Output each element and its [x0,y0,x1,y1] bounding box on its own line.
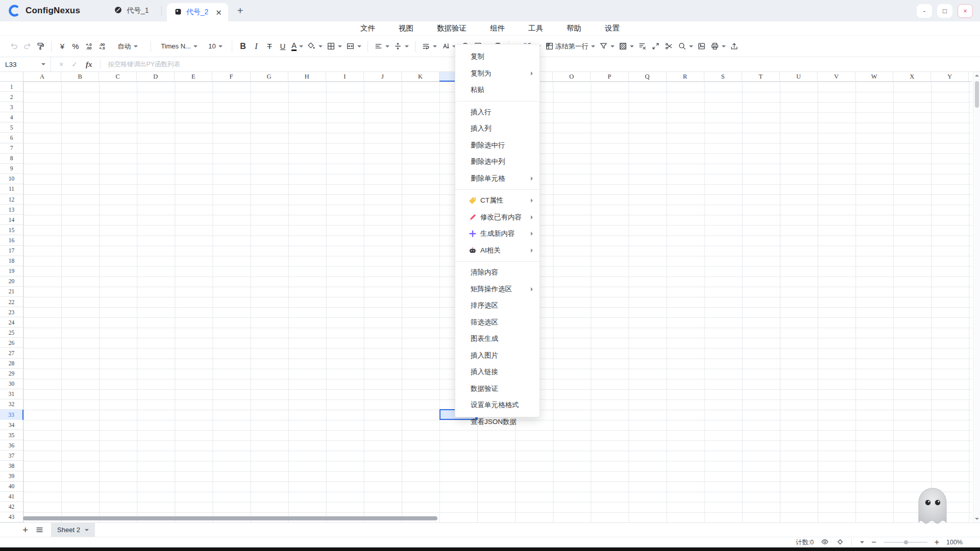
add-sheet-button[interactable]: + [22,524,28,536]
menubar-item-2[interactable]: 视图 [399,23,413,33]
row-header-16[interactable]: 16 [0,235,23,245]
confirm-entry-icon[interactable]: ✓ [71,60,78,68]
row-header-17[interactable]: 17 [0,246,23,256]
column-header-W[interactable]: W [855,72,893,81]
context-menu-item[interactable]: 设置单元格格式 [455,397,540,414]
doc-tab-1[interactable]: 代号_1 [107,0,156,21]
sheet-tab[interactable]: Sheet 2 [51,523,95,537]
row-header-32[interactable]: 32 [0,399,23,410]
context-menu-item[interactable]: 筛选选区 [455,314,540,331]
sheet-list-icon[interactable] [35,525,44,534]
column-header-T[interactable]: T [742,72,780,81]
zoom-in-button[interactable]: + [935,538,939,546]
strikethrough-button[interactable]: T [263,39,276,54]
row-header-11[interactable]: 11 [0,184,23,194]
horizontal-scrollbar-thumb[interactable] [23,516,437,520]
crosshair-icon[interactable] [836,538,844,547]
selected-row-header[interactable]: 33 [0,410,23,420]
context-menu-item[interactable]: 复制为 [455,65,540,82]
context-menu-item[interactable]: 图表生成 [455,331,540,347]
clear-format-button[interactable] [636,39,649,54]
context-menu-item[interactable]: 插入行 [455,104,540,121]
row-header-35[interactable]: 35 [0,430,23,440]
filter-button[interactable] [597,39,617,54]
cancel-entry-icon[interactable]: × [59,60,63,68]
underline-button[interactable]: U [276,39,289,54]
context-menu-item[interactable]: 删除选中列 [455,154,540,170]
row-header-6[interactable]: 6 [0,133,23,143]
context-menu-item[interactable]: 删除选中行 [455,137,540,154]
row-header-3[interactable]: 3 [0,102,23,112]
freeze-button[interactable]: 冻结第一行 [543,39,597,54]
pattern-button[interactable] [617,39,636,54]
scroll-up-icon[interactable] [975,74,979,77]
formula-input-placeholder[interactable]: 按空格键调出PY函数列表 [108,60,180,69]
currency-button[interactable]: ¥ [56,39,69,54]
row-header-13[interactable]: 13 [0,205,23,215]
context-menu-item[interactable]: CT属性 [455,192,540,209]
redo-button[interactable] [20,39,34,54]
context-menu-item[interactable]: 插入链接 [455,364,540,381]
menubar-item-1[interactable]: 文件 [360,23,375,33]
context-menu-item[interactable]: 矩阵操作选区 [455,281,540,298]
close-button[interactable]: × [958,4,973,18]
menubar-item-4[interactable]: 组件 [490,23,505,33]
decrease-decimal-button[interactable]: .00 +.0 [95,39,109,54]
row-header-5[interactable]: 5 [0,122,23,133]
row-header-28[interactable]: 28 [0,359,23,369]
row-header-26[interactable]: 26 [0,338,23,348]
row-header-14[interactable]: 14 [0,215,23,225]
column-header-O[interactable]: O [553,72,591,81]
column-header-G[interactable]: G [251,72,288,81]
minimize-button[interactable]: - [917,4,932,18]
grid-corner[interactable] [0,72,23,82]
zoom-out-button[interactable]: − [871,538,876,546]
italic-button[interactable]: I [250,39,263,54]
row-header-20[interactable]: 20 [0,277,23,287]
number-format-button[interactable]: 自动 [109,39,146,54]
column-header-B[interactable]: B [61,72,99,81]
column-header-J[interactable]: J [364,72,402,81]
menubar-item-5[interactable]: 工具 [528,23,543,33]
context-menu-item[interactable]: 删除单元格 [455,170,540,187]
row-header-40[interactable]: 40 [0,482,23,492]
column-header-Q[interactable]: Q [629,72,667,81]
percent-button[interactable]: % [69,39,82,54]
new-tab-button[interactable]: + [237,5,243,17]
context-menu-item[interactable]: 生成新内容 [455,226,540,242]
column-header-I[interactable]: I [326,72,364,81]
cell-reference-box[interactable]: L33 [0,57,51,71]
zoom-slider-handle[interactable] [904,540,908,544]
row-header-24[interactable]: 24 [0,317,23,328]
row-header-41[interactable]: 41 [0,492,23,502]
column-header-D[interactable]: D [137,72,175,81]
text-wrap-button[interactable] [420,39,439,54]
row-header-37[interactable]: 37 [0,450,23,461]
column-header-F[interactable]: F [212,72,250,81]
row-header-30[interactable]: 30 [0,379,23,389]
column-header-P[interactable]: P [591,72,628,81]
row-header-7[interactable]: 7 [0,143,23,154]
column-header-K[interactable]: K [402,72,439,81]
row-header-19[interactable]: 19 [0,266,23,277]
row-header-18[interactable]: 18 [0,256,23,266]
row-header-1[interactable]: 1 [0,82,23,92]
context-menu-item[interactable]: 清除内容 [455,264,540,281]
context-menu-item[interactable]: 排序选区 [455,297,540,314]
column-header-A[interactable]: A [23,72,61,81]
context-menu-item[interactable]: 查看JSON数据 [455,414,540,431]
row-header-39[interactable]: 39 [0,471,23,482]
screenshot-button[interactable] [695,39,708,54]
column-header-Y[interactable]: Y [931,72,969,81]
merge-cells-button[interactable] [344,39,363,54]
bold-button[interactable]: B [236,39,250,54]
vertical-scrollbar-thumb[interactable] [975,81,979,108]
scissors-button[interactable] [663,39,676,54]
align-vertical-button[interactable] [391,39,411,54]
row-header-36[interactable]: 36 [0,440,23,450]
column-header-C[interactable]: C [99,72,137,81]
row-header-38[interactable]: 38 [0,461,23,471]
zoom-slider[interactable] [884,542,927,543]
column-header-X[interactable]: X [893,72,931,81]
row-header-10[interactable]: 10 [0,174,23,184]
